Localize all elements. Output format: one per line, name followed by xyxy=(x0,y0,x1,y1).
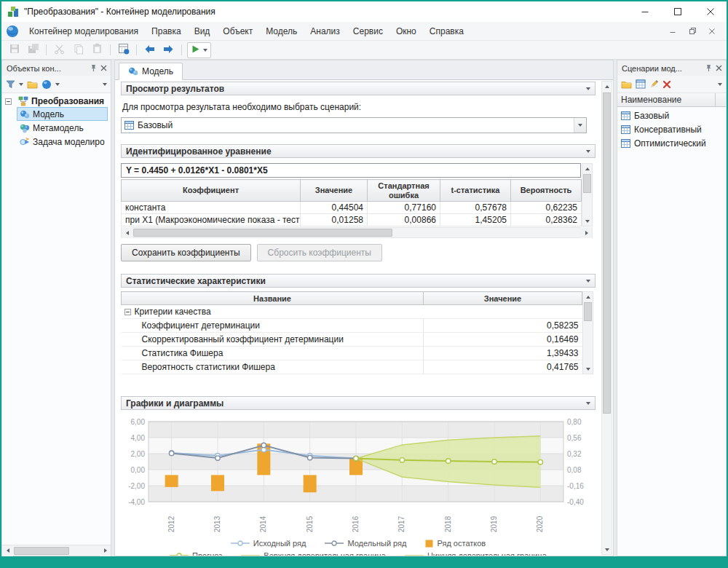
menu-item[interactable]: Объект xyxy=(216,23,259,40)
scroll-up-icon[interactable] xyxy=(582,164,592,173)
stats-column-header[interactable]: Название xyxy=(122,292,424,305)
legend-item[interactable]: Исходный ряд xyxy=(231,539,306,548)
collapse-group-icon[interactable] xyxy=(124,309,131,315)
menu-item[interactable]: Сервис xyxy=(347,23,389,40)
section-charts-header[interactable]: Графики и диаграммы xyxy=(121,396,596,410)
menu-item[interactable]: Анализ xyxy=(304,23,347,40)
coeff-column-header[interactable]: t-статистика xyxy=(440,180,511,202)
object-type-icon[interactable] xyxy=(41,79,52,90)
statistics-vscrollbar[interactable] xyxy=(582,291,593,374)
legend-item[interactable]: Модельный ряд xyxy=(325,539,406,548)
back-button[interactable] xyxy=(141,42,159,58)
tree-item[interactable]: Модель xyxy=(17,107,108,121)
scroll-left-icon[interactable] xyxy=(122,227,132,238)
collapse-section-icon[interactable] xyxy=(586,87,590,90)
reset-coefficients-button[interactable]: Сбросить коэффициенты xyxy=(257,244,382,261)
scenarios-column-header[interactable]: Наименование xyxy=(617,93,726,107)
legend-item[interactable]: Нижняя доверительная граница xyxy=(405,551,547,556)
maximize-button[interactable] xyxy=(661,1,694,22)
scroll-down-icon[interactable] xyxy=(582,216,592,226)
run-button[interactable] xyxy=(187,42,211,58)
paste-button[interactable] xyxy=(88,42,106,58)
coeff-row[interactable]: константа0,445040,771600,576780,62235 xyxy=(122,202,582,214)
stats-group-row[interactable]: Критерии качества xyxy=(122,305,582,319)
legend-item[interactable]: Прогноз xyxy=(170,551,222,556)
coeff-column-header[interactable]: Стандартная ошибка xyxy=(368,180,440,202)
chevron-down-icon[interactable] xyxy=(574,118,586,133)
cut-button[interactable] xyxy=(50,42,68,58)
scenario-list-icon[interactable] xyxy=(636,79,646,89)
scroll-right-icon[interactable] xyxy=(100,545,111,556)
coefficients-hscrollbar[interactable] xyxy=(121,227,593,238)
calculate-button[interactable] xyxy=(114,42,132,58)
folder-icon[interactable] xyxy=(621,80,632,89)
coeff-column-header[interactable]: Коэффициент xyxy=(122,180,301,202)
stats-row[interactable]: Вероятность статистики Фишера0,41765 xyxy=(122,360,582,374)
legend-item[interactable]: Ряд остатков xyxy=(425,539,486,548)
tree-root[interactable]: Преобразования xyxy=(2,95,111,107)
tree-item[interactable]: Метамодель xyxy=(17,121,108,135)
save-all-button[interactable] xyxy=(24,42,42,58)
coefficients-vscrollbar[interactable] xyxy=(582,163,593,226)
pin-icon[interactable] xyxy=(90,64,97,72)
scroll-up-icon[interactable] xyxy=(602,82,612,91)
stats-row[interactable]: Скорректированный коэффициент детерминац… xyxy=(122,333,582,347)
mdi-minimize-button[interactable] xyxy=(664,25,681,38)
collapse-section-icon[interactable] xyxy=(586,402,590,405)
scroll-up-icon[interactable] xyxy=(583,292,593,301)
objects-panel-hscrollbar[interactable] xyxy=(2,545,111,556)
equation-box[interactable]: Y = 0.4450 + 0.0126*X1 - 0.0801*X5 xyxy=(121,163,581,178)
object-type-dropdown-icon[interactable] xyxy=(55,83,60,86)
scroll-down-icon[interactable] xyxy=(583,364,593,374)
menu-item[interactable]: Справка xyxy=(423,23,470,40)
save-button[interactable] xyxy=(5,42,23,58)
stats-row[interactable]: Статистика Фишера1,39433 xyxy=(122,347,582,360)
filter-dropdown-icon[interactable] xyxy=(19,83,23,86)
delete-icon[interactable] xyxy=(662,80,671,89)
copy-button[interactable] xyxy=(69,42,87,58)
minimize-button[interactable] xyxy=(628,1,661,22)
menu-item[interactable]: Правка xyxy=(145,23,188,40)
application-menu-icon[interactable] xyxy=(6,25,19,38)
run-dropdown-icon[interactable] xyxy=(203,49,207,52)
scroll-right-icon[interactable] xyxy=(581,227,592,238)
column-header-label[interactable]: Наименование xyxy=(617,93,716,106)
forward-button[interactable] xyxy=(159,42,178,58)
tree-item[interactable]: Задача моделирования xyxy=(17,135,108,149)
scenario-item[interactable]: Базовый xyxy=(617,109,726,122)
menu-item[interactable]: Модель xyxy=(259,23,304,40)
filter-icon[interactable] xyxy=(6,80,15,89)
mdi-restore-button[interactable] xyxy=(684,25,701,38)
close-panel-icon[interactable] xyxy=(716,65,722,71)
edit-pencil-icon[interactable] xyxy=(649,79,659,89)
scenario-item[interactable]: Оптимистический xyxy=(617,136,726,150)
scroll-down-icon[interactable] xyxy=(602,545,612,554)
section-results-header[interactable]: Просмотр результатов xyxy=(121,82,596,95)
close-panel-icon[interactable] xyxy=(100,65,107,71)
section-equation-header[interactable]: Идентифицированное уравнение xyxy=(121,144,596,158)
section-stats-header[interactable]: Статистические характеристики xyxy=(121,274,596,288)
menu-item[interactable]: Окно xyxy=(389,23,423,40)
mdi-close-button[interactable] xyxy=(703,25,721,38)
tab-model[interactable]: Модель xyxy=(119,63,183,80)
content-vscrollbar[interactable] xyxy=(601,81,612,555)
save-coefficients-button[interactable]: Сохранить коэффициенты xyxy=(121,244,251,261)
stats-row[interactable]: Коэффициент детерминации0,58235 xyxy=(122,319,582,333)
collapse-tree-icon[interactable] xyxy=(5,98,12,105)
scenario-select[interactable]: Базовый xyxy=(121,117,587,133)
folder-icon[interactable] xyxy=(27,80,38,89)
close-button[interactable] xyxy=(694,1,727,22)
scenario-item[interactable]: Консервативный xyxy=(617,122,726,136)
toolbar-overflow-icon[interactable] xyxy=(718,83,722,86)
scroll-left-icon[interactable] xyxy=(2,545,13,556)
legend-item[interactable]: Верхняя доверительная граница xyxy=(241,551,386,556)
coeff-row[interactable]: при X1 (Макроэкономические показа - тест… xyxy=(122,214,582,226)
coeff-column-header[interactable]: Значение xyxy=(301,180,368,202)
menu-item[interactable]: Вид xyxy=(188,23,217,40)
coeff-column-header[interactable]: Вероятность xyxy=(511,180,582,202)
collapse-section-icon[interactable] xyxy=(586,280,590,283)
stats-column-header[interactable]: Значение xyxy=(424,292,582,305)
pin-icon[interactable] xyxy=(705,64,712,72)
collapse-section-icon[interactable] xyxy=(586,150,590,153)
menu-item[interactable]: Контейнер моделирования xyxy=(23,23,145,40)
